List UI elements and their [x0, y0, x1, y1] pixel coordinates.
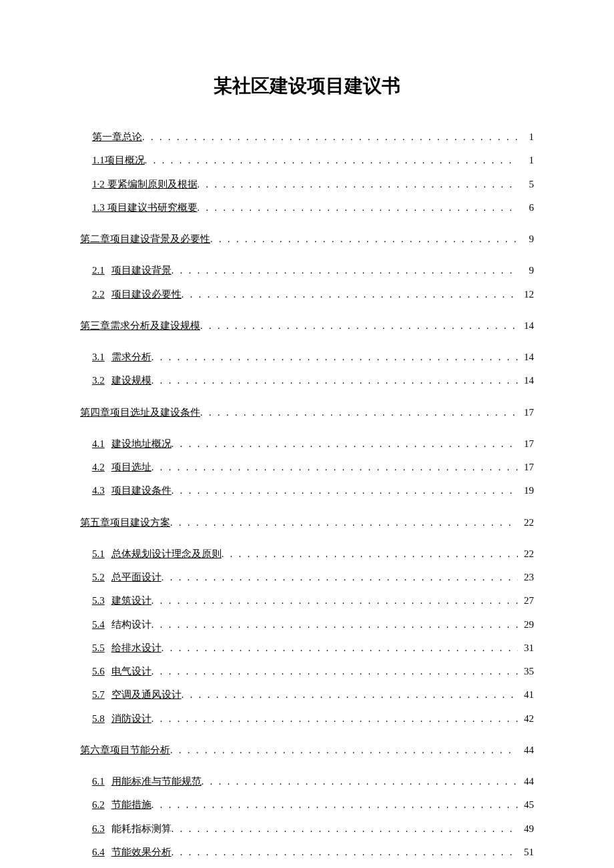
toc-entry[interactable]: 5.3建筑设计27	[92, 589, 534, 612]
toc-leader-dots	[172, 842, 518, 864]
toc-number: 6.2	[92, 793, 105, 817]
toc-entry[interactable]: 3.1需求分析14	[92, 346, 534, 369]
toc-entry[interactable]: 1.3 项目建议书研究概要6	[92, 196, 534, 220]
toc-entry[interactable]: 6.2节能措施45	[92, 793, 534, 817]
toc-number: 5.2	[92, 566, 105, 589]
toc-entry[interactable]: 第四章项目选址及建设条件17	[80, 401, 534, 424]
toc-page-number: 44	[518, 739, 534, 762]
toc-label: 消防设计	[111, 707, 151, 731]
toc-label: 用能标准与节能规范	[111, 770, 202, 793]
toc-label: 项目建设必要性	[111, 283, 182, 306]
toc-page-number: 23	[518, 566, 534, 589]
toc-page-number: 9	[518, 259, 534, 282]
toc-label: 需求分析	[111, 346, 151, 369]
toc-entry[interactable]: 5.5给排水设计31	[92, 636, 534, 660]
toc-entry[interactable]: 5.1总体规划设计理念及原则22	[92, 542, 534, 566]
toc-entry[interactable]: 2.1项目建设背景9	[92, 259, 534, 282]
toc-entry[interactable]: 第二章项目建设背景及必要性9	[80, 228, 534, 251]
toc-leader-dots	[182, 685, 518, 707]
toc-leader-dots	[145, 150, 518, 172]
toc-label: 第四章项目选址及建设条件	[80, 401, 200, 424]
toc-spacer	[80, 424, 534, 432]
toc-leader-dots	[151, 614, 518, 636]
toc-spacer	[80, 503, 534, 511]
toc-label: 项目建设背景	[111, 259, 172, 282]
toc-entry[interactable]: 第一章总论1	[92, 125, 534, 149]
toc-page-number: 5	[518, 173, 534, 196]
toc-entry[interactable]: 5.2总平面设计23	[92, 566, 534, 589]
toc-page-number: 51	[518, 841, 534, 864]
toc-number: 3.1	[92, 346, 105, 369]
toc-number: 2.2	[92, 283, 105, 306]
toc-entry[interactable]: 3.2建设规模14	[92, 369, 534, 392]
toc-label: 1.3 项目建议书研究概要	[92, 196, 198, 220]
toc-page-number: 14	[518, 314, 534, 338]
toc-label: 结构设计	[111, 613, 151, 636]
toc-number: 5.4	[92, 613, 105, 636]
toc-label: 1·2 要紧编制原则及根据	[92, 173, 198, 196]
toc-number: 5.7	[92, 683, 105, 707]
toc-label: 第六章项目节能分析	[80, 739, 170, 762]
toc-leader-dots	[162, 567, 518, 589]
toc-entry[interactable]: 第三章需求分析及建设规模14	[80, 314, 534, 338]
toc-leader-dots	[170, 740, 518, 762]
toc-page-number: 1	[518, 125, 534, 149]
toc-page-number: 22	[518, 542, 534, 566]
toc-entry[interactable]: 6.1用能标准与节能规范44	[92, 770, 534, 793]
toc-page-number: 14	[518, 369, 534, 392]
toc-leader-dots	[151, 347, 518, 369]
toc-label: 建筑设计	[111, 589, 151, 612]
toc-label: 节能措施	[111, 793, 151, 817]
toc-spacer	[80, 393, 534, 401]
toc-page-number: 17	[518, 401, 534, 424]
toc-page-number: 22	[518, 511, 534, 534]
toc-label: 项目建设条件	[111, 479, 172, 502]
toc-number: 3.2	[92, 369, 105, 392]
toc-leader-dots	[172, 819, 518, 841]
toc-leader-dots	[172, 480, 518, 502]
toc-page-number: 44	[518, 770, 534, 793]
toc-label: 1.1项目概况	[92, 149, 145, 172]
toc-leader-dots	[210, 229, 518, 251]
toc-entry[interactable]: 4.3项目建设条件19	[92, 479, 534, 502]
toc-label: 能耗指标测算	[111, 817, 172, 841]
toc-entry[interactable]: 5.7空调及通风设计41	[92, 683, 534, 707]
toc-entry[interactable]: 第六章项目节能分析44	[80, 739, 534, 762]
toc-leader-dots	[151, 709, 518, 731]
toc-number: 5.6	[92, 660, 105, 683]
toc-leader-dots	[151, 661, 518, 683]
toc-page-number: 9	[518, 228, 534, 251]
toc-number: 6.1	[92, 770, 105, 793]
toc-page-number: 45	[518, 793, 534, 817]
toc-number: 4.3	[92, 479, 105, 502]
toc-entry[interactable]: 6.3能耗指标测算49	[92, 817, 534, 841]
toc-entry[interactable]: 1·2 要紧编制原则及根据5	[92, 173, 534, 196]
toc-entry[interactable]: 6.4节能效果分析51	[92, 841, 534, 864]
toc-label: 第三章需求分析及建设规模	[80, 314, 200, 338]
toc-entry[interactable]: 5.8消防设计42	[92, 707, 534, 731]
toc-leader-dots	[200, 402, 518, 424]
toc-entry[interactable]: 第五章项目建设方案22	[80, 511, 534, 534]
toc-page-number: 49	[518, 817, 534, 841]
toc-leader-dots	[172, 434, 518, 456]
toc-entry[interactable]: 5.4结构设计29	[92, 613, 534, 636]
toc-number: 4.1	[92, 432, 105, 456]
toc-leader-dots	[222, 544, 518, 566]
toc-number: 5.5	[92, 636, 105, 660]
toc-page-number: 42	[518, 707, 534, 731]
toc-spacer	[80, 306, 534, 314]
toc-entry[interactable]: 1.1项目概况1	[92, 149, 534, 172]
toc-entry[interactable]: 2.2项目建设必要性12	[92, 283, 534, 306]
toc-leader-dots	[151, 795, 518, 817]
toc-spacer	[80, 534, 534, 542]
toc-number: 5.3	[92, 589, 105, 612]
toc-label: 总平面设计	[111, 566, 162, 589]
toc-entry[interactable]: 5.6电气设计35	[92, 660, 534, 683]
toc-spacer	[80, 731, 534, 739]
toc-page-number: 17	[518, 432, 534, 456]
toc-entry[interactable]: 4.1建设地址概况17	[92, 432, 534, 456]
toc-page-number: 6	[518, 196, 534, 220]
toc-number: 5.8	[92, 707, 105, 731]
toc-entry[interactable]: 4.2项目选址 17	[92, 456, 534, 479]
document-title: 某社区建设项目建议书	[80, 73, 534, 99]
